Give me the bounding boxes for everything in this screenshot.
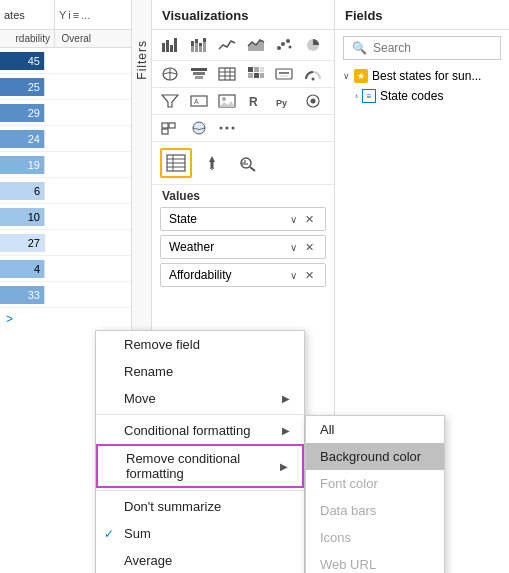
afford-cell: 19 (0, 156, 45, 174)
chevron-down-icon[interactable]: ∨ (290, 214, 297, 225)
viz-action-buttons (152, 142, 334, 185)
svg-rect-10 (203, 38, 206, 42)
context-move[interactable]: Move ▶ (96, 385, 304, 412)
context-remove-conditional-formatting[interactable]: Remove conditional formatting ▶ (96, 444, 304, 488)
sum-label: Sum (124, 526, 151, 541)
sub-menu-data-bars: Data bars (306, 497, 444, 524)
svg-point-53 (226, 127, 229, 130)
context-sum[interactable]: ✓ Sum (96, 520, 304, 547)
remove-weather-button[interactable]: ✕ (301, 239, 317, 255)
field-pill-weather-label: Weather (169, 240, 214, 254)
more-icon[interactable]: ... (81, 9, 90, 21)
svg-line-62 (250, 167, 255, 171)
context-dont-summarize[interactable]: Don't summarize (96, 493, 304, 520)
svg-point-42 (222, 97, 226, 101)
textbox-viz-icon[interactable]: A (187, 90, 211, 112)
chevron-right-icon: › (355, 91, 358, 101)
pie-chart-icon[interactable] (301, 34, 325, 56)
r-viz-icon[interactable]: R (244, 90, 268, 112)
move-submenu-arrow: ▶ (282, 393, 290, 404)
stacked-bar-icon[interactable] (187, 34, 211, 56)
fields-panel-title: Fields (335, 0, 509, 30)
search-input[interactable] (373, 41, 492, 55)
svg-rect-7 (195, 43, 198, 52)
values-label: Values (152, 185, 334, 205)
dataset-best-states[interactable]: ∨ ★ Best states for sun... (335, 66, 509, 86)
remove-state-button[interactable]: ✕ (301, 211, 317, 227)
gauge-viz-icon[interactable] (301, 63, 325, 85)
viz-icon-grid-4 (152, 115, 334, 142)
afford-cell: 29 (0, 104, 45, 122)
scatter-chart-icon[interactable] (272, 34, 296, 56)
arcgis-viz-icon[interactable] (301, 90, 325, 112)
sub-menu-background-color[interactable]: Background color (306, 443, 444, 470)
svg-rect-20 (191, 68, 207, 71)
svg-text:A: A (194, 98, 199, 105)
context-remove-field[interactable]: Remove field (96, 331, 304, 358)
remove-cond-format-label: Remove conditional formatting (126, 451, 280, 481)
analytics-button[interactable] (232, 148, 264, 178)
svg-marker-38 (162, 95, 178, 107)
field-pill-state[interactable]: State ∨ ✕ (160, 207, 326, 231)
funnel-icon[interactable] (187, 63, 211, 85)
search-icon: 🔍 (352, 41, 367, 55)
afford-cell: 27 (0, 234, 45, 252)
chevron-down-icon[interactable]: ∨ (290, 270, 297, 281)
svg-marker-43 (219, 101, 235, 107)
field-pill-weather[interactable]: Weather ∨ ✕ (160, 235, 326, 259)
bar-chart-icon[interactable] (158, 34, 182, 56)
ellipsis-viz-icon[interactable] (215, 117, 239, 139)
dataset-state-codes[interactable]: › ≡ State codes (335, 86, 509, 106)
svg-rect-21 (193, 72, 205, 75)
svg-rect-11 (203, 42, 206, 52)
sub-menu-icons: Icons (306, 524, 444, 551)
afford-cell: 4 (0, 260, 45, 278)
remove-affordability-button[interactable]: ✕ (301, 267, 317, 283)
menu-icon[interactable]: ≡ (73, 9, 79, 21)
svg-rect-9 (199, 46, 202, 52)
card-viz-icon[interactable] (272, 63, 296, 85)
globe-viz-icon[interactable] (187, 117, 211, 139)
build-button[interactable] (160, 148, 192, 178)
image-viz-icon[interactable] (215, 90, 239, 112)
table-row: 25 (0, 74, 131, 100)
area-chart-icon[interactable] (244, 34, 268, 56)
sort-icon[interactable]: Y (59, 9, 66, 21)
svg-rect-34 (276, 69, 292, 79)
filter-icon[interactable]: i (68, 9, 70, 21)
table-row: 6 (0, 178, 131, 204)
context-average[interactable]: Average (96, 547, 304, 573)
svg-rect-4 (191, 41, 194, 46)
python-viz-icon[interactable]: Py (272, 90, 296, 112)
svg-point-37 (311, 78, 314, 81)
table-dataset-icon: ≡ (362, 89, 376, 103)
svg-rect-29 (254, 67, 259, 72)
viz-icon-grid-3: A R Py (152, 88, 334, 115)
afford-cell: 25 (0, 78, 45, 96)
line-chart-icon[interactable] (215, 34, 239, 56)
map-icon[interactable] (158, 63, 182, 85)
fields-search-box[interactable]: 🔍 (343, 36, 501, 60)
svg-rect-49 (169, 123, 175, 128)
field-pill-affordability-controls: ∨ ✕ (290, 267, 317, 283)
format-button[interactable] (196, 148, 228, 178)
svg-rect-8 (199, 43, 202, 46)
table-row: 19 (0, 152, 131, 178)
afford-cell: 6 (0, 182, 45, 200)
table-viz-icon[interactable] (215, 63, 239, 85)
dataset-best-states-label: Best states for sun... (372, 69, 481, 83)
svg-text:R: R (249, 95, 258, 109)
sub-menu-all[interactable]: All (306, 416, 444, 443)
sub-data-bars-label: Data bars (320, 503, 376, 518)
filter-viz-icon[interactable] (158, 90, 182, 112)
chevron-down-icon[interactable]: ∨ (290, 242, 297, 253)
more-viz-icon[interactable] (158, 117, 182, 139)
expand-arrow[interactable]: > (0, 308, 131, 330)
svg-rect-5 (191, 46, 194, 52)
table-col-headers: rdability Overal (0, 30, 131, 48)
context-rename[interactable]: Rename (96, 358, 304, 385)
field-pill-affordability[interactable]: Affordability ∨ ✕ (160, 263, 326, 287)
matrix-viz-icon[interactable] (244, 63, 268, 85)
context-conditional-formatting[interactable]: Conditional formatting ▶ (96, 417, 304, 444)
context-separator-2 (96, 490, 304, 491)
